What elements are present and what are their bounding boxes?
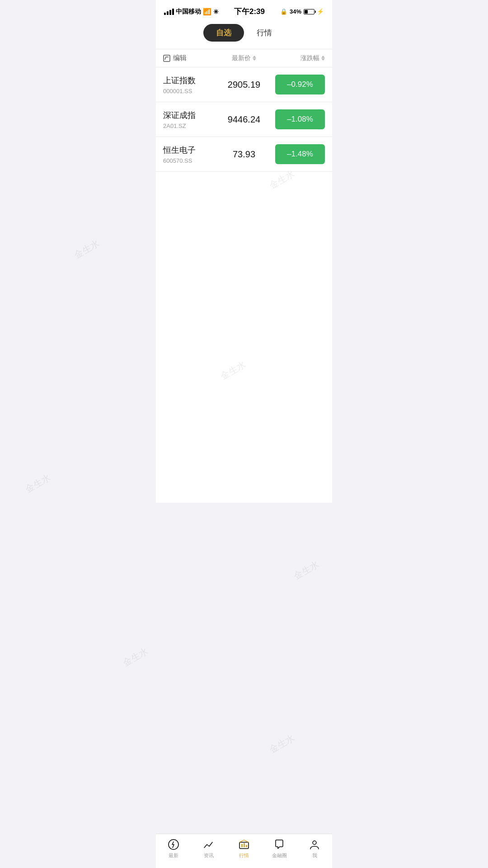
price-sort-arrows <box>253 56 256 61</box>
stock-list: 上证指数 000001.SS 2905.19 –0.92% 深证成指 2A01.… <box>156 67 332 503</box>
change-badge-1: –1.08% <box>275 109 325 129</box>
nav-item-circle[interactable]: 金融圈 <box>262 839 297 859</box>
bluetooth-icon: ✳ <box>213 8 219 15</box>
status-left: 中国移动 📶 ✳ <box>164 8 219 16</box>
nav-label-news: 资讯 <box>204 852 214 859</box>
svg-rect-3 <box>241 844 243 847</box>
stock-price-0: 2905.19 <box>217 80 271 90</box>
table-row[interactable]: 深证成指 2A01.SZ 9446.24 –1.08% <box>156 102 332 137</box>
market-icon <box>238 839 250 850</box>
nav-item-latest[interactable]: 最新 <box>156 839 191 859</box>
stock-name-0: 上证指数 <box>163 75 217 86</box>
battery-label: 34% <box>290 8 301 15</box>
charging-icon: ⚡ <box>317 8 324 15</box>
price-label: 最新价 <box>232 54 251 62</box>
tab-market[interactable]: 行情 <box>244 24 285 42</box>
chart-icon <box>203 839 215 850</box>
change-label: 涨跌幅 <box>300 54 319 62</box>
lightning-icon <box>168 839 179 850</box>
chat-icon <box>273 839 285 850</box>
stock-code-2: 600570.SS <box>163 157 217 164</box>
stock-change-0: –0.92% <box>271 75 325 94</box>
stock-info-2: 恒生电子 600570.SS <box>163 145 217 164</box>
empty-content-area <box>156 503 332 834</box>
stock-name-2: 恒生电子 <box>163 145 217 156</box>
svg-rect-4 <box>244 843 245 847</box>
stock-code-1: 2A01.SZ <box>163 123 217 129</box>
clock: 下午2:39 <box>234 6 265 17</box>
svg-rect-0 <box>164 55 170 61</box>
edit-icon <box>163 55 170 62</box>
edit-label: 编辑 <box>173 54 187 62</box>
stock-change-1: –1.08% <box>271 109 325 129</box>
signal-bars <box>164 9 174 15</box>
nav-item-me[interactable]: 我 <box>297 839 332 859</box>
nav-label-latest: 最新 <box>169 852 178 859</box>
wifi-icon: 📶 <box>203 8 211 16</box>
svg-point-6 <box>313 841 316 844</box>
battery-icon <box>304 9 314 14</box>
nav-label-market: 行情 <box>239 852 249 859</box>
change-badge-2: –1.48% <box>275 144 325 164</box>
stock-name-1: 深证成指 <box>163 110 217 121</box>
column-header-row: 编辑 最新价 涨跌幅 <box>156 49 332 67</box>
edit-button[interactable]: 编辑 <box>163 54 217 62</box>
tab-watchlist[interactable]: 自选 <box>203 24 244 42</box>
stock-change-2: –1.48% <box>271 144 325 164</box>
change-sort-arrows <box>321 56 325 61</box>
table-row[interactable]: 恒生电子 600570.SS 73.93 –1.48% <box>156 137 332 172</box>
svg-rect-5 <box>246 845 247 847</box>
tab-bar: 自选 行情 <box>156 20 332 49</box>
change-badge-0: –0.92% <box>275 75 325 94</box>
bottom-nav: 最新 资讯 行情 金融圈 <box>156 834 332 868</box>
change-column-header[interactable]: 涨跌幅 <box>271 54 325 62</box>
lock-icon: 🔒 <box>280 8 287 15</box>
status-right: 🔒 34% ⚡ <box>280 8 324 15</box>
nav-label-circle: 金融圈 <box>272 852 287 859</box>
stock-info-0: 上证指数 000001.SS <box>163 75 217 94</box>
stock-code-0: 000001.SS <box>163 88 217 94</box>
nav-label-me: 我 <box>312 852 317 859</box>
person-icon <box>309 839 320 850</box>
nav-item-news[interactable]: 资讯 <box>191 839 226 859</box>
nav-item-market[interactable]: 行情 <box>226 839 262 859</box>
carrier-label: 中国移动 <box>176 8 201 16</box>
stock-price-1: 9446.24 <box>217 114 271 125</box>
table-row[interactable]: 上证指数 000001.SS 2905.19 –0.92% <box>156 67 332 102</box>
stock-info-1: 深证成指 2A01.SZ <box>163 110 217 129</box>
stock-price-2: 73.93 <box>217 149 271 160</box>
price-column-header[interactable]: 最新价 <box>217 54 271 62</box>
status-bar: 中国移动 📶 ✳ 下午2:39 🔒 34% ⚡ <box>156 0 332 20</box>
